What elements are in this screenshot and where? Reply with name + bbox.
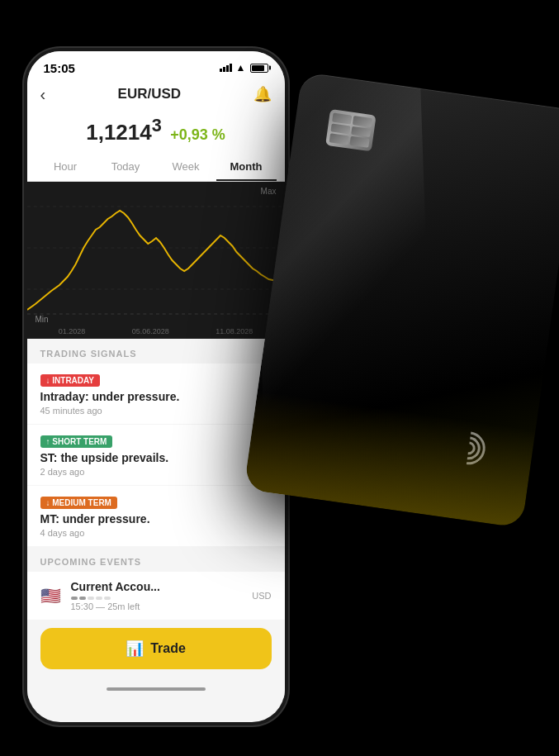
tab-month[interactable]: Month [216, 154, 277, 181]
time-tabs: Hour Today Week Month [27, 154, 285, 182]
event-info: Current Accou... 15:30 — 25m left [71, 580, 243, 611]
tab-today[interactable]: Today [96, 154, 156, 181]
price-chart: Max Min 01.2028 05.06.2028 11.08.2028 [27, 182, 285, 339]
status-bar: 15:05 ▲ [27, 51, 285, 80]
price-row: 1,12143 +0,93 % [27, 112, 285, 155]
battery-icon [250, 64, 268, 73]
progress-seg-1 [71, 597, 78, 600]
event-currency: USD [252, 591, 271, 601]
chip-segment-5 [329, 133, 348, 145]
signal-text-intraday: Intraday: under pressure. [40, 390, 272, 403]
chip-segment-4 [351, 126, 371, 137]
card-chip [325, 108, 377, 150]
status-time: 15:05 [44, 61, 75, 75]
signal-text-short-term: ST: the upside prevails. [40, 451, 272, 464]
chip-segment-6 [349, 136, 369, 148]
badge-short-term: ↑ SHORT TERM [40, 435, 113, 448]
chip-segment-2 [352, 115, 372, 126]
home-bar [107, 687, 206, 691]
back-button[interactable]: ‹ [40, 85, 46, 104]
wifi-icon: ▲ [236, 62, 246, 74]
signal-item-short-term: ↑ SHORT TERM ST: the upside prevails. 2 … [27, 425, 285, 485]
progress-seg-3 [88, 597, 94, 600]
chart-min-label: Min [36, 315, 49, 324]
trading-signals-title: TRADING SIGNALS [27, 339, 285, 364]
notification-button[interactable]: 🔔 [253, 85, 272, 103]
chart-dates: 01.2028 05.06.2028 11.08.2028 [27, 327, 285, 335]
trade-button[interactable]: 📊 Trade [40, 628, 272, 669]
price-value: 1,12143 [86, 120, 162, 145]
event-flag: 🇺🇸 [40, 586, 61, 606]
signal-item-intraday: ↓ INTRADAY Intraday: under pressure. 45 … [27, 364, 285, 424]
status-icons: ▲ [220, 62, 268, 74]
signal-time-intraday: 45 minutes ago [40, 406, 272, 416]
app-header: ‹ EUR/USD 🔔 [27, 80, 285, 112]
currency-pair-title: EUR/USD [118, 86, 182, 102]
chart-date-3: 11.08.2028 [216, 327, 253, 335]
signal-time-medium-term: 4 days ago [40, 528, 272, 538]
signal-icon [220, 64, 232, 72]
trade-bar: 📊 Trade [27, 620, 285, 682]
home-indicator [27, 682, 285, 699]
trade-icon: 📊 [126, 640, 144, 658]
signal-item-medium-term: ↓ MEDIUM TERM MT: under pressure. 4 days… [27, 486, 285, 546]
progress-seg-2 [79, 597, 86, 600]
chart-max-label: Max [261, 187, 277, 196]
trade-button-label: Trade [150, 641, 186, 656]
tab-hour[interactable]: Hour [36, 154, 96, 181]
signal-time-short-term: 2 days ago [40, 467, 272, 477]
badge-intraday: ↓ INTRADAY [40, 374, 101, 387]
event-item-current-account: 🇺🇸 Current Accou... 15:30 — 25m left USD [27, 572, 285, 620]
tab-week[interactable]: Week [156, 154, 216, 181]
signal-text-medium-term: MT: under pressure. [40, 512, 272, 525]
phone-frame: 15:05 ▲ ‹ EUR/USD 🔔 1,121 [24, 48, 288, 725]
upcoming-events-title: UPCOMING EVENTS [27, 547, 285, 572]
chart-date-1: 01.2028 [59, 327, 86, 335]
event-progress-bar [71, 597, 243, 600]
chart-svg [27, 182, 285, 339]
chip-segment-3 [330, 123, 350, 135]
credit-card [244, 71, 559, 527]
event-time: 15:30 — 25m left [71, 601, 243, 611]
progress-seg-4 [96, 597, 102, 600]
chip-segment-1 [332, 112, 352, 124]
price-change: +0,93 % [170, 126, 225, 143]
badge-medium-term: ↓ MEDIUM TERM [40, 497, 117, 509]
progress-seg-5 [104, 597, 111, 600]
event-name: Current Accou... [71, 580, 243, 593]
chart-date-2: 05.06.2028 [132, 327, 169, 335]
